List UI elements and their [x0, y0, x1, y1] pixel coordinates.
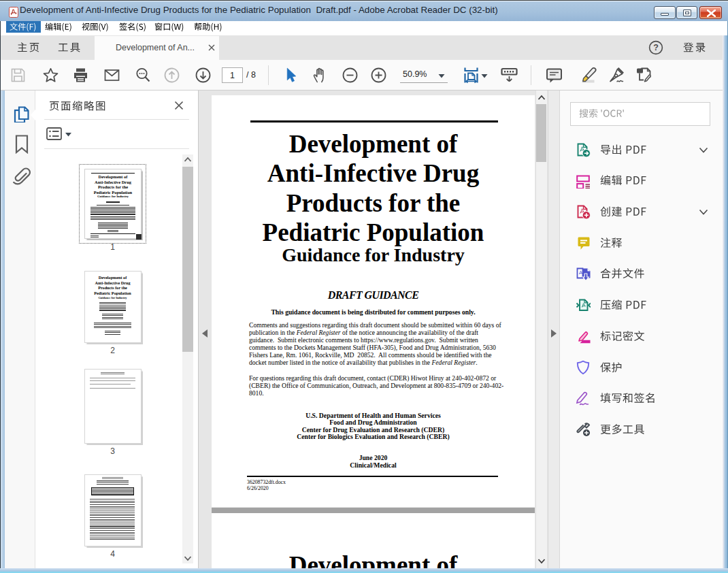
svg-text:?: ?	[653, 43, 659, 52]
